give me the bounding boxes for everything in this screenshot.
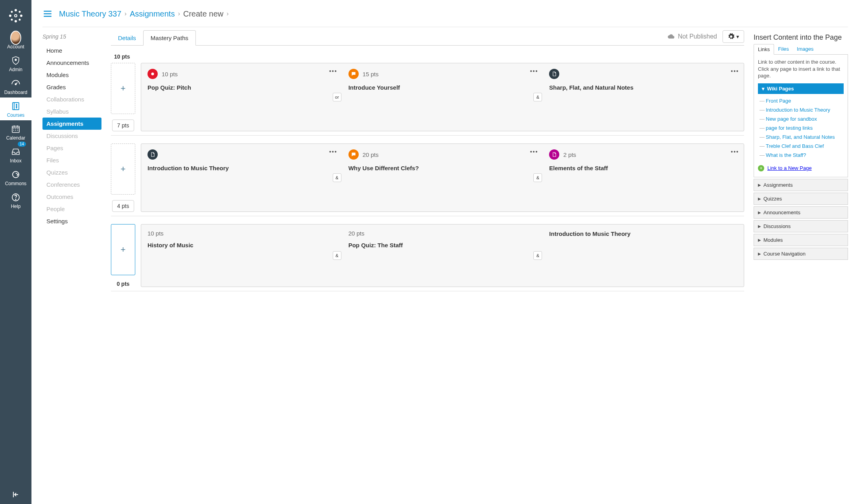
nav-help[interactable]: Help bbox=[0, 189, 31, 212]
path-card[interactable]: 10 ptsPop Quiz: Pitch••• bbox=[141, 63, 342, 131]
path-card[interactable]: Sharp, Flat, and Natural Notes••• bbox=[543, 63, 744, 131]
accordion-course-navigation[interactable]: ▶Course Navigation bbox=[754, 248, 848, 260]
link-new-page-label[interactable]: Link to a New Page bbox=[767, 165, 812, 171]
tab-details[interactable]: Details bbox=[111, 31, 143, 45]
path-card[interactable]: 20 ptsPop Quiz: The Staff bbox=[342, 224, 543, 287]
accordion-discussions[interactable]: ▶Discussions bbox=[754, 220, 848, 232]
wiki-page-link[interactable]: What is the Staff? bbox=[766, 152, 806, 158]
course-nav-item[interactable]: Outcomes bbox=[42, 191, 101, 203]
path-connector[interactable]: & bbox=[333, 251, 341, 260]
topbar: Music Theory 337 › Assignments › Create … bbox=[42, 3, 848, 27]
wiki-page-link-item: Introduction to Music Theory bbox=[759, 105, 842, 114]
path-card[interactable]: Introduction to Music Theory bbox=[543, 224, 744, 287]
card-points: 20 pts bbox=[348, 230, 365, 237]
accordion-assignments[interactable]: ▶Assignments bbox=[754, 179, 848, 191]
sidebar-tab-files[interactable]: Files bbox=[774, 44, 793, 54]
nav-courses[interactable]: Courses bbox=[0, 97, 31, 120]
sidebar-tab-links[interactable]: Links bbox=[754, 44, 774, 55]
card-menu-button[interactable]: ••• bbox=[530, 149, 538, 155]
path-card[interactable]: 20 ptsWhy Use Different Clefs?••• bbox=[342, 144, 543, 212]
nav-inbox[interactable]: 14 Inbox bbox=[0, 143, 31, 166]
accordion-quizzes[interactable]: ▶Quizzes bbox=[754, 193, 848, 205]
add-item-dropzone[interactable]: + bbox=[111, 143, 135, 195]
path-card[interactable]: 10 ptsHistory of Music bbox=[141, 224, 342, 287]
tab-mastery-paths[interactable]: Mastery Paths bbox=[143, 30, 196, 46]
link-new-page[interactable]: + Link to a New Page bbox=[758, 164, 844, 173]
wiki-page-link[interactable]: page for testing links bbox=[766, 125, 813, 131]
nav-admin[interactable]: Admin bbox=[0, 52, 31, 75]
card-menu-button[interactable]: ••• bbox=[731, 149, 739, 155]
wiki-page-link[interactable]: Treble Clef and Bass Clef bbox=[766, 143, 824, 149]
course-nav-item[interactable]: Conferences bbox=[42, 178, 101, 191]
gauge-icon bbox=[10, 78, 21, 89]
course-nav-item[interactable]: Grades bbox=[42, 81, 101, 93]
nav-calendar[interactable]: Calendar bbox=[0, 120, 31, 143]
range-lower-bound: 0 pts bbox=[117, 281, 130, 287]
wiki-page-link[interactable]: Front Page bbox=[766, 98, 791, 104]
book-icon bbox=[10, 101, 21, 112]
nav-collapse-button[interactable] bbox=[11, 490, 20, 499]
chevron-right-icon: › bbox=[227, 10, 229, 17]
card-title: Sharp, Flat, and Natural Notes bbox=[549, 84, 737, 92]
wiki-pages-header[interactable]: ▾ Wiki Pages bbox=[758, 83, 844, 94]
content-type-icon bbox=[348, 149, 359, 160]
add-item-dropzone[interactable]: + bbox=[111, 224, 135, 275]
course-nav-item[interactable]: Syllabus bbox=[42, 105, 101, 118]
crumb-course[interactable]: Music Theory 337 bbox=[59, 9, 122, 18]
path-connector[interactable]: & bbox=[533, 251, 542, 260]
chevron-right-icon: ▶ bbox=[758, 210, 761, 215]
course-nav-item[interactable]: Modules bbox=[42, 69, 101, 81]
inbox-badge: 14 bbox=[18, 142, 26, 147]
range-lower-bound[interactable]: 4 pts bbox=[112, 200, 134, 212]
publish-status-text: Not Published bbox=[678, 33, 717, 40]
course-nav-item[interactable]: Home bbox=[42, 44, 101, 57]
card-menu-button[interactable]: ••• bbox=[530, 68, 538, 74]
wiki-page-link[interactable]: New page for sandbox bbox=[766, 116, 817, 122]
wiki-page-link[interactable]: Sharp, Flat, and Natural Notes bbox=[766, 134, 835, 140]
path-card[interactable]: Introduction to Music Theory••• bbox=[141, 144, 342, 212]
svg-point-18 bbox=[151, 73, 154, 75]
nav-dashboard[interactable]: Dashboard bbox=[0, 75, 31, 97]
course-nav-item[interactable]: Collaborations bbox=[42, 93, 101, 105]
path-connector[interactable]: & bbox=[533, 173, 542, 182]
course-nav-item[interactable]: Pages bbox=[42, 142, 101, 154]
course-nav-item[interactable]: Announcements bbox=[42, 57, 101, 69]
course-nav-item[interactable]: Quizzes bbox=[42, 166, 101, 178]
hamburger-icon[interactable] bbox=[42, 9, 53, 19]
chevron-down-icon: ▾ bbox=[762, 86, 765, 92]
nav-commons[interactable]: Commons bbox=[0, 166, 31, 189]
course-nav-item[interactable]: People bbox=[42, 203, 101, 215]
svg-point-6 bbox=[11, 19, 13, 21]
nav-courses-label: Courses bbox=[7, 112, 25, 118]
accordion-announcements[interactable]: ▶Announcements bbox=[754, 206, 848, 219]
path-card[interactable]: 15 ptsIntroduce Yourself••• bbox=[342, 63, 543, 131]
card-points: 10 pts bbox=[162, 71, 178, 77]
card-menu-button[interactable]: ••• bbox=[731, 68, 739, 74]
path-card[interactable]: 2 ptsElements of the Staff••• bbox=[543, 144, 744, 212]
course-nav-item[interactable]: Files bbox=[42, 154, 101, 166]
wiki-page-link[interactable]: Introduction to Music Theory bbox=[766, 107, 830, 113]
card-menu-button[interactable]: ••• bbox=[329, 149, 337, 155]
course-nav-item[interactable]: Settings bbox=[42, 215, 101, 227]
course-nav-item[interactable]: Discussions bbox=[42, 130, 101, 142]
sidebar-tab-images[interactable]: Images bbox=[793, 44, 818, 54]
path-connector[interactable]: or bbox=[333, 93, 341, 101]
tab-row: Details Mastery Paths Not Published ▾ bbox=[111, 30, 744, 46]
gear-icon bbox=[728, 33, 735, 40]
chevron-down-icon: ▾ bbox=[736, 33, 739, 40]
card-menu-button[interactable]: ••• bbox=[329, 68, 337, 74]
range-lower-bound[interactable]: 7 pts bbox=[112, 120, 134, 131]
svg-point-12 bbox=[16, 106, 17, 107]
path-connector[interactable]: & bbox=[333, 173, 341, 182]
settings-button[interactable]: ▾ bbox=[723, 30, 744, 43]
course-nav-item[interactable]: Assignments bbox=[42, 118, 101, 130]
nav-account[interactable]: Account bbox=[0, 29, 31, 52]
wiki-page-link-item: Sharp, Flat, and Natural Notes bbox=[759, 132, 842, 142]
card-points: 20 pts bbox=[363, 151, 379, 158]
card-title: Pop Quiz: Pitch bbox=[147, 84, 336, 92]
crumb-section[interactable]: Assignments bbox=[130, 9, 175, 18]
add-item-dropzone[interactable]: + bbox=[111, 63, 135, 114]
svg-point-8 bbox=[15, 15, 17, 17]
path-connector[interactable]: & bbox=[533, 93, 542, 101]
accordion-modules[interactable]: ▶Modules bbox=[754, 234, 848, 246]
